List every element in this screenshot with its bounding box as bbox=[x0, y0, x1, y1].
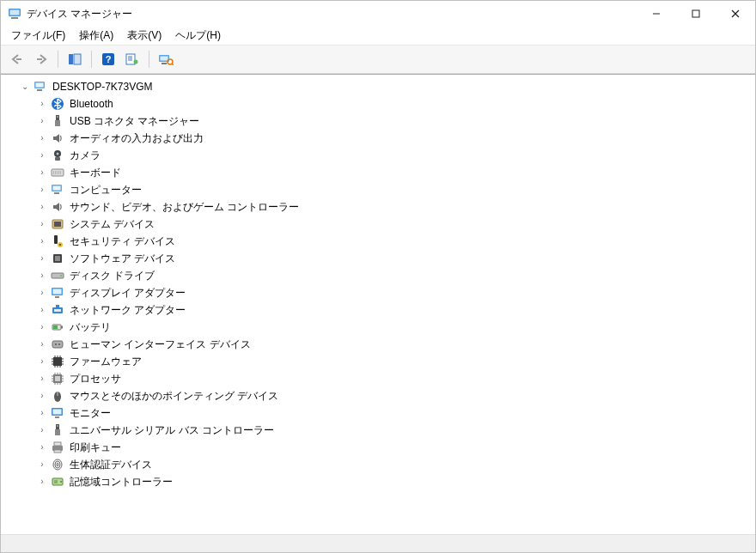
expand-toggle-icon[interactable]: › bbox=[37, 133, 47, 143]
tree-item[interactable]: ›ソフトウェア デバイス bbox=[8, 250, 753, 267]
expand-toggle-icon[interactable]: › bbox=[37, 236, 47, 246]
expand-toggle-icon[interactable]: › bbox=[37, 288, 47, 298]
keyboard-icon bbox=[51, 166, 64, 179]
tree-item[interactable]: ›サウンド、ビデオ、およびゲーム コントローラー bbox=[8, 198, 753, 216]
window-title: デバイス マネージャー bbox=[27, 7, 132, 21]
tree-item[interactable]: ›マウスとそのほかのポインティング デバイス bbox=[8, 387, 753, 404]
tree-item[interactable]: ›キーボード bbox=[8, 164, 753, 181]
tree-item[interactable]: ›ファームウェア bbox=[8, 353, 753, 370]
svg-rect-50 bbox=[56, 305, 59, 307]
expand-toggle-icon[interactable]: › bbox=[37, 219, 47, 229]
tree-root[interactable]: ⌄ DESKTOP-7K73VGM bbox=[8, 78, 753, 95]
toolbar: ? bbox=[1, 46, 755, 74]
minimize-button[interactable] bbox=[637, 1, 676, 27]
expand-toggle-icon[interactable]: › bbox=[37, 270, 47, 281]
tree-item[interactable]: ›ディスプレイ アダプター bbox=[8, 284, 753, 301]
toolbar-help-button[interactable]: ? bbox=[97, 49, 119, 70]
tree-item[interactable]: ›セキュリティ デバイス bbox=[8, 233, 753, 250]
tree-item-label: ソフトウェア デバイス bbox=[68, 250, 177, 267]
tree-item[interactable]: ›コンピューター bbox=[8, 181, 753, 198]
tree-item[interactable]: ›モニター bbox=[8, 404, 753, 422]
svg-rect-58 bbox=[53, 357, 62, 366]
tree-item[interactable]: ›オーディオの入力および出力 bbox=[8, 130, 753, 147]
tree-item-label: USB コネクタ マネージャー bbox=[68, 112, 201, 130]
expand-toggle-icon[interactable]: › bbox=[37, 202, 47, 212]
svg-rect-94 bbox=[54, 442, 61, 446]
toolbar-forward-button[interactable] bbox=[30, 49, 52, 70]
toolbar-separator bbox=[149, 51, 149, 68]
expand-toggle-icon[interactable]: › bbox=[37, 339, 47, 349]
svg-rect-91 bbox=[55, 429, 60, 435]
expand-toggle-icon[interactable]: › bbox=[37, 253, 47, 264]
computer-icon bbox=[34, 80, 47, 94]
tree-item[interactable]: ›印刷キュー bbox=[8, 439, 753, 456]
device-tree[interactable]: ⌄ DESKTOP-7K73VGM ›Bluetooth›USB コネクタ マネ… bbox=[1, 74, 755, 534]
tree-item-label: カメラ bbox=[68, 147, 102, 164]
svg-point-15 bbox=[134, 60, 138, 64]
svg-rect-89 bbox=[55, 416, 59, 418]
expand-toggle-icon[interactable]: › bbox=[37, 477, 47, 487]
disk-drive-icon bbox=[51, 269, 64, 283]
tree-item-label: モニター bbox=[68, 404, 113, 422]
expand-toggle-icon[interactable]: › bbox=[37, 167, 47, 178]
expand-toggle-icon[interactable]: › bbox=[37, 305, 47, 315]
svg-text:?: ? bbox=[106, 54, 112, 64]
expand-toggle-icon[interactable]: › bbox=[37, 356, 47, 367]
software-device-icon bbox=[51, 252, 64, 265]
svg-rect-48 bbox=[55, 296, 59, 298]
expand-toggle-icon[interactable]: › bbox=[37, 99, 47, 109]
tree-item[interactable]: ›USB コネクタ マネージャー bbox=[8, 112, 753, 130]
svg-rect-7 bbox=[69, 54, 73, 64]
battery-icon bbox=[51, 320, 64, 334]
status-bar bbox=[1, 534, 755, 552]
tree-item-label: バッテリ bbox=[68, 319, 113, 336]
menu-help[interactable]: ヘルプ(H) bbox=[168, 27, 228, 45]
usb-controller-icon bbox=[51, 423, 64, 437]
svg-point-100 bbox=[60, 481, 62, 483]
expand-toggle-icon[interactable]: › bbox=[37, 322, 47, 332]
toolbar-show-hide-tree-button[interactable] bbox=[64, 49, 86, 70]
svg-rect-1 bbox=[10, 10, 20, 15]
tree-item[interactable]: ›ユニバーサル シリアル バス コントローラー bbox=[8, 422, 753, 439]
tree-item[interactable]: ›カメラ bbox=[8, 147, 753, 164]
svg-rect-11 bbox=[126, 54, 135, 64]
biometric-icon bbox=[51, 458, 64, 471]
tree-item[interactable]: ›生体認証デバイス bbox=[8, 456, 753, 473]
toolbar-separator bbox=[58, 51, 58, 68]
close-button[interactable] bbox=[716, 1, 755, 27]
tree-item[interactable]: ›Bluetooth bbox=[8, 95, 753, 112]
expand-toggle-icon[interactable]: ⌄ bbox=[20, 82, 30, 92]
menu-action[interactable]: 操作(A) bbox=[72, 27, 120, 45]
tree-item[interactable]: ›ヒューマン インターフェイス デバイス bbox=[8, 336, 753, 353]
mouse-icon bbox=[51, 389, 64, 403]
properties-icon bbox=[125, 53, 139, 65]
svg-rect-2 bbox=[11, 17, 18, 19]
svg-rect-92 bbox=[57, 426, 58, 427]
expand-toggle-icon[interactable]: › bbox=[37, 150, 47, 161]
expand-toggle-icon[interactable]: › bbox=[37, 374, 47, 384]
toolbar-back-button[interactable] bbox=[6, 49, 28, 70]
maximize-button[interactable] bbox=[676, 1, 716, 27]
expand-toggle-icon[interactable]: › bbox=[37, 185, 47, 195]
svg-rect-95 bbox=[54, 450, 61, 453]
expand-toggle-icon[interactable]: › bbox=[37, 408, 47, 418]
tree-item[interactable]: ›システム デバイス bbox=[8, 216, 753, 233]
svg-point-98 bbox=[57, 463, 58, 466]
expand-toggle-icon[interactable]: › bbox=[37, 425, 47, 435]
storage-controller-icon bbox=[51, 475, 64, 489]
tree-item[interactable]: ›記憶域コントローラー bbox=[8, 473, 753, 490]
tree-item[interactable]: ›ネットワーク アダプター bbox=[8, 301, 753, 319]
svg-rect-22 bbox=[36, 83, 44, 88]
expand-toggle-icon[interactable]: › bbox=[37, 116, 47, 126]
menu-view[interactable]: 表示(V) bbox=[120, 27, 168, 45]
tree-item[interactable]: ›プロセッサ bbox=[8, 370, 753, 387]
menu-file[interactable]: ファイル(F) bbox=[4, 27, 72, 45]
expand-toggle-icon[interactable]: › bbox=[37, 442, 47, 453]
toolbar-scan-hardware-button[interactable] bbox=[155, 49, 177, 70]
expand-toggle-icon[interactable]: › bbox=[37, 391, 47, 401]
tree-item[interactable]: ›バッテリ bbox=[8, 319, 753, 336]
tree-item[interactable]: ›ディスク ドライブ bbox=[8, 267, 753, 284]
svg-rect-38 bbox=[54, 222, 61, 227]
toolbar-properties-button[interactable] bbox=[121, 49, 143, 70]
expand-toggle-icon[interactable]: › bbox=[37, 459, 47, 470]
